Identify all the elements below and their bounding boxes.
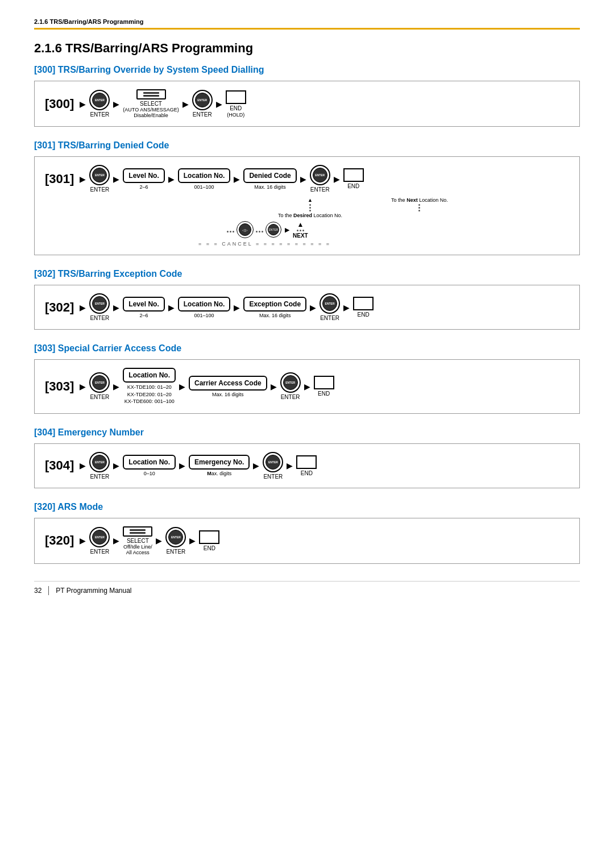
- exception-code-302: Exception Code Max. 16 digits: [243, 297, 306, 318]
- end-303: END: [314, 376, 334, 397]
- enter-300b: ENTER ENTER: [192, 90, 213, 118]
- section-320-title: [320] ARS Mode: [34, 502, 580, 512]
- arrow: ▶: [300, 175, 306, 184]
- arrow: ▶: [80, 303, 86, 312]
- location-no-302: Location No. 001–100: [178, 297, 231, 318]
- auto-ans-label: (AUTO ANS/MESSAGE): [123, 107, 179, 113]
- select-label: SELECT: [140, 101, 162, 107]
- enter-label: ENTER: [310, 186, 330, 193]
- enter-303b: ENTER ENTER: [280, 372, 301, 400]
- end-320: END: [199, 530, 219, 551]
- enter-303: ENTER ENTER: [89, 372, 110, 400]
- footer-divider: [48, 586, 49, 595]
- code-302: [302]: [45, 300, 74, 315]
- select-300: SELECT (AUTO ANS/MESSAGE) Disable/Enable: [123, 89, 179, 118]
- code-303: [303]: [45, 379, 74, 394]
- page-number: 32: [34, 587, 42, 595]
- section-302-title: [302] TRS/Barring Exception Code: [34, 269, 580, 279]
- arrow: ▶: [182, 99, 189, 109]
- enter-304: ENTER ENTER: [89, 452, 110, 480]
- enter-302: ENTER ENTER: [89, 293, 110, 321]
- end-301: END: [343, 168, 364, 189]
- end-label: END: [347, 183, 359, 189]
- enter-302b: ENTER ENTER: [320, 293, 340, 321]
- location-no-304: Location No. 0–10: [123, 455, 176, 476]
- enter-304b: ENTER ENTER: [263, 452, 283, 480]
- section-301-title: [301] TRS/Barring Denied Code: [34, 140, 580, 151]
- diagram-301: [301] ▶ ENTER ENTER ▶ Level No. 2–6 ▶ Lo…: [34, 156, 580, 255]
- level-no-302: Level No. 2–6: [123, 297, 164, 318]
- location-range-303: KX-TDE100: 01–20 KX-TDE200: 01–20 KX-TDE…: [125, 384, 175, 405]
- denied-code-box: Denied Code: [243, 168, 296, 183]
- arrow: ▶: [80, 99, 86, 109]
- footer-text: PT Programming Manual: [56, 587, 131, 595]
- select-320: SELECT Off/Idle Line/ All Access: [123, 526, 152, 555]
- location-no-box: Location No.: [178, 168, 231, 183]
- arrow: ▶: [234, 175, 240, 184]
- enter-300: ENTER ENTER: [89, 90, 110, 118]
- enter-301b: ENTER ENTER: [310, 165, 330, 193]
- top-header: 2.1.6 TRS/Barring/ARS Programming: [34, 17, 580, 30]
- code-300: [300]: [45, 97, 74, 111]
- disable-enable-label: Disable/Enable: [134, 113, 168, 118]
- page-footer: 32 PT Programming Manual: [34, 581, 580, 595]
- enter-320: ENTER ENTER: [89, 527, 110, 555]
- code-304: [304]: [45, 458, 74, 473]
- end-label: END(HOLD): [227, 105, 244, 118]
- level-no-301: Level No. 2–6: [123, 168, 164, 190]
- enter-label: ENTER: [90, 186, 109, 193]
- diagram-303: [303] ▶ ENTER ENTER ▶ Location No. KX-TD…: [34, 359, 580, 414]
- header-text: 2.1.6 TRS/Barring/ARS Programming: [34, 18, 144, 25]
- enter-320b: ENTER ENTER: [165, 527, 186, 555]
- denied-code-range: Max. 16 digits: [254, 184, 286, 190]
- emergency-no-304: Emergency No. Max. digits: [189, 455, 250, 476]
- section-304-title: [304] Emergency Number: [34, 427, 580, 438]
- arrow: ▶: [113, 99, 119, 109]
- end-300: END(HOLD): [226, 90, 246, 118]
- level-no-range: 2–6: [140, 184, 148, 190]
- section-300-title: [300] TRS/Barring Override by System Spe…: [34, 65, 580, 75]
- arrow: ▶: [168, 175, 175, 184]
- location-no-303: Location No. KX-TDE100: 01–20 KX-TDE200:…: [123, 368, 176, 405]
- arrow: ▶: [80, 175, 86, 184]
- section-303-title: [303] Special Carrier Access Code: [34, 343, 580, 354]
- code-301: [301]: [45, 172, 74, 186]
- arrow: ▶: [113, 175, 119, 184]
- level-no-box: Level No.: [123, 168, 164, 183]
- location-no-range: 001–100: [194, 184, 214, 190]
- arrow: ▶: [334, 175, 340, 184]
- diagram-302: [302] ▶ ENTER ENTER ▶ Level No. 2–6 ▶ Lo…: [34, 285, 580, 330]
- code-320: [320]: [45, 533, 74, 548]
- carrier-access-code-box: Carrier Access Code: [189, 376, 267, 391]
- end-304: END: [296, 455, 317, 476]
- denied-code-301: Denied Code Max. 16 digits: [243, 168, 296, 190]
- diagram-300: [300] ▶ ENTER ENTER ▶ SELECT (AUTO ANS/M…: [34, 81, 580, 127]
- diagram-320: [320] ▶ ENTER ENTER ▶ SELECT Off/Idle Li…: [34, 518, 580, 564]
- enter-label: ENTER: [90, 111, 109, 118]
- diagram-304: [304] ▶ ENTER ENTER ▶ Location No. 0–10 …: [34, 443, 580, 488]
- arrow: ▶: [216, 99, 222, 109]
- end-302: END: [353, 297, 374, 318]
- carrier-access-code-303: Carrier Access Code Max. 16 digits: [189, 376, 267, 397]
- enter-301: ENTER ENTER: [89, 165, 110, 193]
- location-no-301: Location No. 001–100: [178, 168, 231, 190]
- xdigits-label: Max. digits: [207, 471, 231, 476]
- enter-label: ENTER: [193, 111, 212, 118]
- main-title: 2.1.6 TRS/Barring/ARS Programming: [34, 41, 580, 56]
